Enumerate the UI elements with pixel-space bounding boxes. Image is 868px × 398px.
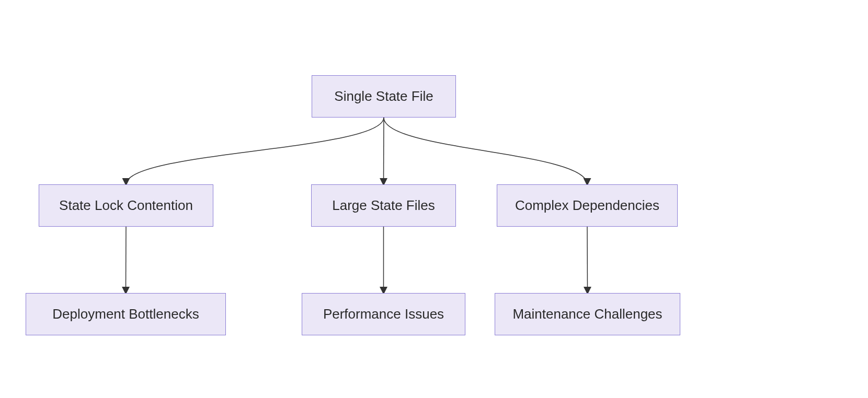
node-large: Large State Files	[311, 184, 456, 227]
node-bottleneck: Deployment Bottlenecks	[26, 293, 226, 335]
node-label: Single State File	[334, 88, 433, 104]
edge-deps-to-maint	[587, 227, 588, 293]
edge-root-to-deps	[384, 118, 587, 184]
node-label: Maintenance Challenges	[512, 306, 662, 322]
edge-root-to-large	[384, 118, 384, 184]
node-label: State Lock Contention	[59, 197, 193, 214]
node-perf: Performance Issues	[302, 293, 465, 335]
node-label: Performance Issues	[323, 306, 444, 322]
node-maint: Maintenance Challenges	[495, 293, 680, 335]
node-lock: State Lock Contention	[39, 184, 213, 227]
node-label: Large State Files	[332, 197, 435, 214]
node-label: Deployment Bottlenecks	[52, 306, 199, 322]
node-deps: Complex Dependencies	[497, 184, 678, 227]
edge-root-to-lock	[126, 118, 384, 184]
edge-lock-to-bottleneck	[126, 227, 127, 293]
node-label: Complex Dependencies	[515, 197, 659, 214]
node-root: Single State File	[312, 75, 456, 118]
